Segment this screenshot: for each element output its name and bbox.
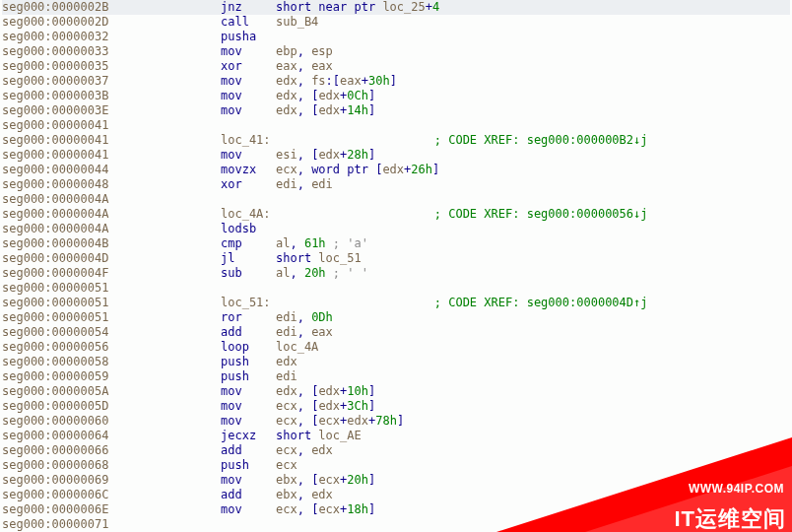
address-col: seg000:00000071 [2,517,221,532]
address-col: seg000:00000068 [2,458,221,473]
asm-row[interactable]: seg000:0000003E movedx, [edx+14h] [2,103,790,118]
code-label[interactable]: loc_41: [221,133,271,147]
asm-row[interactable]: seg000:00000041 movesi, [edx+28h] [2,148,790,163]
asm-row[interactable]: seg000:0000005D movecx, [edx+3Ch] [2,399,790,414]
asm-row[interactable]: seg000:00000058 pushedx [2,355,790,369]
op-token: ] [390,74,397,88]
op-token: 14h [347,103,368,117]
asm-row[interactable]: seg000:00000059 pushedi [2,369,790,384]
address-col: seg000:00000048 [2,177,221,192]
op-token: , [290,266,303,280]
address-col: seg000:00000051 [2,310,221,325]
address-col: seg000:0000006C [2,488,221,502]
asm-row[interactable]: seg000:00000068 pushecx [2,458,790,473]
address-col: seg000:00000035 [2,59,221,74]
asm-row[interactable]: seg000:00000044 movzxecx, word ptr [edx+… [2,163,790,177]
op-token: 78h [375,414,397,428]
asm-row[interactable]: seg000:00000037 movedx, fs:[eax+30h] [2,74,790,89]
code-xref[interactable]: ; CODE XREF: seg000:00000056↓j [434,207,648,221]
address-col: seg000:00000058 [2,355,221,369]
op-token: , [297,74,311,88]
label-line: loc_51: ; CODE XREF: seg000:0000004D↑j [221,296,648,310]
asm-row[interactable]: seg000:00000054 addedi, eax [2,325,790,340]
asm-row[interactable]: seg000:0000002D callsub_B4 [2,15,790,30]
asm-row[interactable]: seg000:0000004A lodsb [2,222,790,236]
asm-row[interactable]: seg000:00000041 loc_41: ; CODE XREF: seg… [2,133,790,148]
asm-row[interactable]: seg000:00000035 xoreax, eax [2,59,790,74]
op-token: short [276,251,318,265]
op-token: ecx [318,414,340,428]
asm-row[interactable]: seg000:0000005A movedx, [edx+10h] [2,384,790,399]
mnemonic: sub [221,266,276,281]
address-col: seg000:00000037 [2,74,221,89]
asm-row[interactable]: seg000:0000006E movecx, [ecx+18h] [2,502,790,517]
asm-row[interactable]: seg000:0000004D jlshort loc_51 [2,251,790,266]
asm-row[interactable]: seg000:00000051 roredi, 0Dh [2,310,790,325]
operands: short loc_51 [276,251,362,266]
asm-row[interactable]: seg000:00000051 [2,281,790,296]
asm-row[interactable]: seg000:00000069 movebx, [ecx+20h] [2,473,790,488]
asm-row[interactable]: seg000:00000056 looploc_4A [2,340,790,355]
op-token: :[ [326,74,340,88]
op-token: esp [311,44,333,58]
operands: eax, eax [276,59,333,74]
op-token: , [297,443,311,457]
op-token: , [ [297,502,319,516]
code-xref[interactable]: ; CODE XREF: seg000:000000B2↓j [434,133,648,147]
address-col: seg000:0000004B [2,236,221,251]
mnemonic: push [221,458,276,473]
op-token: , [ [297,148,319,162]
op-token: ] [432,163,439,176]
operands: ecx, [ecx+edx+78h] [276,414,404,429]
op-token: ] [368,384,375,398]
asm-row[interactable]: seg000:0000006C addebx, edx [2,488,790,502]
op-token: ecx [276,443,297,457]
asm-row[interactable]: seg000:00000064 jecxzshort loc_AE [2,429,790,443]
asm-row[interactable]: seg000:00000041 [2,118,790,133]
op-token: + [426,0,432,14]
asm-row[interactable]: seg000:00000051 loc_51: ; CODE XREF: seg… [2,296,790,310]
op-token: eax [311,325,333,339]
code-xref[interactable]: ; CODE XREF: seg000:0000004D↑j [434,296,648,309]
op-token: ebx [276,473,297,487]
op-token: , [ [297,473,319,487]
asm-row[interactable]: seg000:00000066 addecx, edx [2,443,790,458]
address-col: seg000:0000005D [2,399,221,414]
asm-row[interactable]: seg000:00000032 pusha [2,30,790,44]
op-token: ] [368,473,375,487]
code-label[interactable]: loc_4A: [221,207,271,221]
address-col: seg000:0000004A [2,207,221,222]
code-label[interactable]: loc_51: [221,296,271,309]
mnemonic: mov [221,399,276,414]
op-token: short [276,429,318,442]
asm-row[interactable]: seg000:0000004F subal, 20h ; ' ' [2,266,790,281]
asm-row[interactable]: seg000:0000004B cmpal, 61h ; 'a' [2,236,790,251]
operands: ebp, esp [276,44,333,59]
op-token: edi [311,177,333,191]
address-col: seg000:00000032 [2,30,221,44]
disassembly-listing[interactable]: seg000:0000002B jnzshort near ptr loc_25… [0,0,792,532]
address-col: seg000:0000005A [2,384,221,399]
asm-row[interactable]: seg000:00000060 movecx, [ecx+edx+78h] [2,414,790,429]
op-token: loc_25 [382,0,425,14]
asm-row[interactable]: seg000:00000033 movebp, esp [2,44,790,59]
asm-row[interactable]: seg000:00000071 [2,517,790,532]
asm-row[interactable]: seg000:0000004A loc_4A: ; CODE XREF: seg… [2,207,790,222]
address-col: seg000:00000041 [2,118,221,133]
mnemonic: mov [221,103,276,118]
asm-row[interactable]: seg000:00000048 xoredi, edi [2,177,790,192]
asm-row[interactable]: seg000:0000004A [2,192,790,207]
address-col: seg000:00000060 [2,414,221,429]
address-col: seg000:0000002B [2,0,221,15]
op-token: esi [276,148,297,162]
op-token: eax [340,74,362,88]
op-token: eax [276,59,297,73]
op-token: eax [311,59,333,73]
asm-row[interactable]: seg000:0000003B movedx, [edx+0Ch] [2,89,790,103]
mnemonic: jecxz [221,429,276,443]
mnemonic: xor [221,59,276,74]
op-token: 20h [347,473,368,487]
asm-row[interactable]: seg000:0000002B jnzshort near ptr loc_25… [2,0,790,15]
operands: edi, 0Dh [276,310,333,325]
op-token: edx [318,399,340,413]
